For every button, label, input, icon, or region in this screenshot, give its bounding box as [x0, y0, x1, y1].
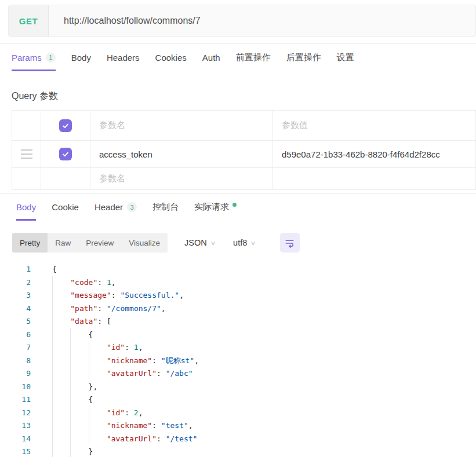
drag-cell	[12, 111, 41, 141]
code-token: ,	[194, 354, 199, 368]
checkbox-cell	[41, 168, 90, 190]
code-token: ,	[139, 407, 143, 420]
tab-actual-request[interactable]: 实际请求	[194, 194, 237, 221]
indent-guide	[70, 328, 88, 342]
mode-visualize[interactable]: Visualize	[121, 233, 168, 253]
indent-guide	[52, 289, 70, 302]
code-token: "昵称st"	[161, 354, 194, 368]
tab-pre-actions[interactable]: 前置操作	[236, 44, 271, 71]
drag-handle-icon[interactable]	[21, 149, 32, 159]
query-params-title: Query 参数	[12, 90, 476, 103]
code-token: ,	[161, 302, 166, 316]
code-token: :	[152, 419, 161, 433]
word-wrap-icon	[284, 237, 295, 248]
response-editor[interactable]: 1{2"code": 1,3"message": "Successful.",4…	[0, 263, 476, 457]
code-line: 1{	[0, 263, 476, 276]
line-number: 3	[0, 289, 31, 302]
code-content: "message": "Successful.",	[52, 289, 184, 302]
code-content: "nickname": "test",	[52, 419, 193, 433]
code-content: "id": 2,	[52, 407, 143, 420]
response-view-toolbar: PrettyRawPreviewVisualize JSON ∨ utf8 ∨	[12, 233, 476, 253]
url-input[interactable]: http://localhost/follow/commons/7	[49, 5, 475, 36]
indent-guide	[52, 315, 70, 328]
format-select[interactable]: JSON ∨	[184, 238, 215, 247]
tab-response-header[interactable]: Header3	[95, 194, 137, 221]
indent-guide	[52, 302, 70, 316]
param-value-input[interactable]	[273, 168, 476, 190]
param-value-input[interactable]: 参数值	[273, 111, 476, 141]
code-line: 5"data": [	[0, 315, 476, 328]
code-content: {	[52, 263, 57, 276]
indent-guide	[89, 367, 107, 381]
tab-params[interactable]: Params1	[12, 44, 56, 71]
code-line: 11{	[0, 393, 476, 407]
tab-label: 设置	[337, 52, 354, 63]
param-value-input[interactable]: d59e0a72-1b33-462b-8820-f4f64d2f28cc	[273, 141, 476, 168]
code-token: :	[152, 354, 161, 368]
code-content: "avatarUrl": "/test"	[52, 433, 197, 446]
tab-cookies[interactable]: Cookies	[155, 44, 187, 71]
code-token: "message"	[70, 289, 111, 302]
indent-guide	[52, 445, 70, 457]
tab-response-body[interactable]: Body	[16, 194, 36, 221]
code-token: "test"	[161, 419, 188, 433]
code-token: }	[89, 445, 93, 457]
param-name-text: 参数名	[99, 173, 125, 184]
code-token: :	[125, 341, 134, 354]
request-tabs: Params1BodyHeadersCookiesAuth前置操作后置操作设置	[0, 44, 476, 71]
tab-auth[interactable]: Auth	[202, 44, 220, 71]
code-line: 3"message": "Successful.",	[0, 289, 476, 302]
code-token: "nickname"	[107, 354, 152, 368]
indent-guide	[70, 354, 88, 368]
encoding-select[interactable]: utf8 ∨	[233, 238, 256, 247]
indent-guide	[52, 381, 70, 394]
param-name-input[interactable]: access_token	[90, 141, 273, 168]
row-checkbox[interactable]	[59, 148, 72, 160]
encoding-select-value: utf8	[233, 238, 247, 247]
code-token: "path"	[70, 302, 97, 316]
indent-guide	[52, 328, 70, 342]
count-badge: 3	[127, 202, 137, 212]
tab-label: Body	[16, 202, 36, 212]
mode-raw[interactable]: Raw	[48, 233, 78, 253]
code-line: 10},	[0, 381, 476, 394]
indent-guide	[52, 276, 70, 290]
indent-guide	[70, 381, 88, 394]
code-content: {	[52, 328, 93, 342]
code-token: :	[125, 407, 134, 420]
tab-settings[interactable]: 设置	[337, 44, 354, 71]
word-wrap-button[interactable]	[280, 233, 300, 253]
param-name-input[interactable]: 参数名	[90, 168, 273, 190]
indent-guide	[70, 393, 88, 407]
code-token: :	[111, 289, 121, 302]
code-content: },	[52, 381, 97, 394]
indent-guide	[52, 367, 70, 381]
tab-body[interactable]: Body	[71, 44, 91, 71]
tab-headers[interactable]: Headers	[107, 44, 140, 71]
row-checkbox[interactable]	[59, 119, 72, 132]
tab-label: Cookie	[52, 202, 79, 212]
mode-pretty[interactable]: Pretty	[12, 233, 48, 253]
param-name-input[interactable]: 参数名	[90, 111, 273, 141]
tab-console[interactable]: 控制台	[152, 194, 179, 221]
code-line: 6{	[0, 328, 476, 342]
code-line: 15}	[0, 445, 476, 457]
code-token: : [	[97, 315, 111, 328]
param-name-text: access_token	[99, 149, 152, 159]
code-line: 14"avatarUrl": "/test"	[0, 433, 476, 446]
format-select-value: JSON	[184, 238, 207, 247]
method-selector[interactable]: GET	[9, 5, 49, 36]
code-content: "data": [	[52, 315, 111, 328]
drag-cell	[12, 168, 41, 190]
indent-guide	[89, 341, 107, 354]
line-number: 8	[0, 354, 31, 368]
tab-post-actions[interactable]: 后置操作	[286, 44, 321, 71]
param-row: access_tokend59e0a72-1b33-462b-8820-f4f6…	[12, 141, 476, 168]
line-number: 9	[0, 367, 31, 381]
mode-preview[interactable]: Preview	[78, 233, 121, 253]
code-token: "id"	[107, 407, 125, 420]
param-name-text: 参数名	[99, 120, 125, 131]
code-token: "/commons/7"	[107, 302, 161, 316]
tab-label: Params	[12, 53, 42, 63]
tab-response-cookie[interactable]: Cookie	[52, 194, 79, 221]
